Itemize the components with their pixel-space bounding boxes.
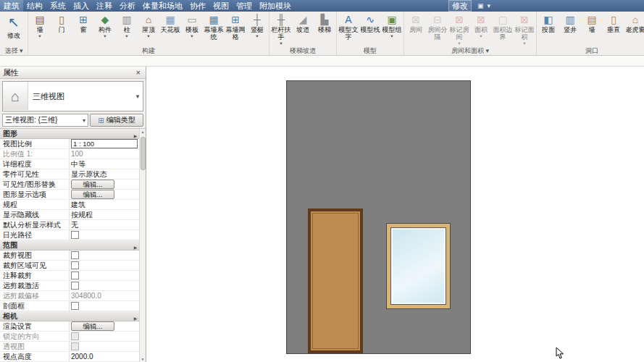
property-value[interactable]: 304800.0 xyxy=(70,292,139,300)
wall[interactable] xyxy=(286,80,471,354)
ribbon-button-label: 标记房间 xyxy=(448,26,470,41)
floor-button[interactable]: ▭楼板▾ xyxy=(181,12,203,39)
wall-button[interactable]: ▤墙▾ xyxy=(29,12,51,39)
window-button[interactable]: ⊞窗 xyxy=(72,12,94,34)
tab-附加模块[interactable]: 附加模块 xyxy=(256,0,295,12)
section-label: 相机 xyxy=(0,311,130,321)
modify-button[interactable]: ↖修改 xyxy=(1,12,27,40)
collapse-icon[interactable]: ▾ xyxy=(132,130,138,138)
curtain-system-button[interactable]: ▦幕墙系统 xyxy=(203,12,225,41)
tab-修改[interactable]: 修改 xyxy=(448,0,472,12)
chevron-down-icon: ▾ xyxy=(125,33,127,38)
tag-room-button[interactable]: ⊠标记房间▾ xyxy=(448,12,470,46)
tab-视图[interactable]: 视图 xyxy=(209,0,233,12)
column-button[interactable]: ▥柱▾ xyxy=(116,12,138,39)
chevron-down-icon[interactable]: ▾ xyxy=(488,2,491,9)
collapse-icon[interactable]: ▾ xyxy=(132,312,138,321)
ribbon-button-label: 栏杆扶手 xyxy=(270,26,292,41)
property-value[interactable]: 中等 xyxy=(70,159,139,169)
ribbon-group-label: 房间和面积 ▾ xyxy=(405,46,535,55)
vertical-opening-button[interactable]: ▯垂直 xyxy=(603,12,624,34)
ribbon-button-label: 幕墙系统 xyxy=(203,26,225,41)
model-group-button[interactable]: ▣模型组▾ xyxy=(381,12,403,39)
checkbox[interactable] xyxy=(71,251,79,259)
scroll-down-icon[interactable]: ▼ xyxy=(141,356,145,362)
property-label: 远剪裁激活 xyxy=(0,281,70,290)
tab-体量和场地[interactable]: 体量和场地 xyxy=(139,0,186,12)
properties-scrollbar[interactable]: ▲ ▼ xyxy=(139,129,146,362)
checkbox[interactable] xyxy=(71,231,79,239)
model-text-button[interactable]: A模型文字 xyxy=(338,12,359,41)
collapse-icon[interactable]: ▾ xyxy=(132,241,138,250)
close-icon[interactable]: × xyxy=(134,68,143,77)
ramp-button[interactable]: ◢坡道 xyxy=(292,12,314,34)
mullion-button[interactable]: ┼竖梃▾ xyxy=(246,12,268,39)
ribbon-button-label: 房间 xyxy=(409,26,422,33)
property-value[interactable]: 显示原状态 xyxy=(70,169,139,180)
tab-注释[interactable]: 注释 xyxy=(93,0,116,12)
roof-button[interactable]: ⌂屋顶▾ xyxy=(138,12,159,39)
ribbon-group: ⊠房间⊟房间分隔⊠标记房间▾⊠面积▾▢面积边界⊠标记面积▾房间和面积 ▾ xyxy=(404,12,537,55)
tab-协作[interactable]: 协作 xyxy=(186,0,209,12)
chevron-down-icon[interactable]: ▾ xyxy=(133,93,143,100)
checkbox[interactable] xyxy=(71,282,79,290)
property-row: 详细程度中等 xyxy=(0,159,139,169)
checkbox[interactable] xyxy=(71,272,79,279)
tag-area-button[interactable]: ⊠标记面积▾ xyxy=(514,12,535,46)
scroll-up-icon[interactable]: ▲ xyxy=(141,129,145,135)
door[interactable] xyxy=(308,209,363,353)
railing-button[interactable]: ╫栏杆扶手▾ xyxy=(270,12,292,46)
scrollbar-thumb[interactable] xyxy=(141,137,146,170)
checkbox[interactable] xyxy=(71,261,79,269)
property-value[interactable]: 100 xyxy=(70,150,139,158)
property-value[interactable]: 建筑 xyxy=(70,200,139,210)
window[interactable] xyxy=(386,223,451,309)
property-label: 可见性/图形替换 xyxy=(0,180,70,189)
stair-button[interactable]: ▙楼梯 xyxy=(314,12,335,34)
room-separator-button[interactable]: ⊟房间分隔 xyxy=(427,12,448,41)
model-line-button[interactable]: ∿模型线 xyxy=(359,12,381,34)
stair-icon: ▙ xyxy=(321,13,329,26)
window-icon: ⊞ xyxy=(79,13,88,26)
property-value xyxy=(70,272,139,279)
ceiling-icon: ▦ xyxy=(165,13,175,26)
tag-area-icon: ⊠ xyxy=(520,13,529,26)
property-row: 视点高度2000.0 xyxy=(0,352,139,362)
wall-icon: ▤ xyxy=(35,13,44,26)
tab-分析[interactable]: 分析 xyxy=(116,0,139,12)
component-button[interactable]: ◆构件▾ xyxy=(94,12,116,39)
ramp-icon: ◢ xyxy=(299,13,307,26)
shaft-button[interactable]: ▥竖井 xyxy=(559,12,581,34)
checkbox[interactable] xyxy=(71,302,79,310)
tab-插入[interactable]: 插入 xyxy=(70,0,93,12)
type-selector[interactable]: ⌂ 三维视图 ▾ xyxy=(2,81,143,111)
property-value[interactable]: 无 xyxy=(70,220,139,230)
wall-opening-button[interactable]: ▤墙 xyxy=(581,12,603,34)
edit-button[interactable]: 编辑... xyxy=(71,190,114,199)
edit-type-button[interactable]: ⊞ 编辑类型 xyxy=(90,114,143,127)
property-value[interactable]: 2000.0 xyxy=(70,353,139,361)
ribbon-cycle-icon[interactable]: ▣ xyxy=(477,2,484,9)
tab-结构[interactable]: 结构 xyxy=(23,0,46,12)
curtain-grid-icon: ⊞ xyxy=(231,13,240,26)
door-button[interactable]: ▯门 xyxy=(51,12,72,34)
area-boundary-button[interactable]: ▢面积边界 xyxy=(492,12,514,41)
tab-建筑[interactable]: 建筑 xyxy=(0,0,23,12)
area-button[interactable]: ⊠面积▾ xyxy=(470,12,492,39)
property-value: 1 : 100 xyxy=(70,139,139,148)
tab-系统[interactable]: 系统 xyxy=(46,0,70,12)
drawing-canvas[interactable] xyxy=(146,67,644,362)
tab-管理[interactable]: 管理 xyxy=(233,0,256,12)
curtain-grid-button[interactable]: ⊞幕墙网格 xyxy=(225,12,246,41)
value-input[interactable]: 1 : 100 xyxy=(71,139,138,148)
ceiling-button[interactable]: ▦天花板 xyxy=(159,12,181,34)
property-value[interactable]: 按规程 xyxy=(70,210,139,220)
dormer-button[interactable]: ⌂老虎窗 xyxy=(624,12,644,34)
chevron-down-icon: ▾ xyxy=(523,41,525,46)
view-selector-combo[interactable]: 三维视图: {三维} ▾ xyxy=(2,114,88,127)
edit-button[interactable]: 编辑... xyxy=(71,180,114,189)
by-face-button[interactable]: ◧按面 xyxy=(538,12,559,34)
ribbon-button-label: 修改 xyxy=(7,32,20,39)
edit-button[interactable]: 编辑... xyxy=(71,321,114,331)
room-button[interactable]: ⊠房间 xyxy=(405,12,427,34)
